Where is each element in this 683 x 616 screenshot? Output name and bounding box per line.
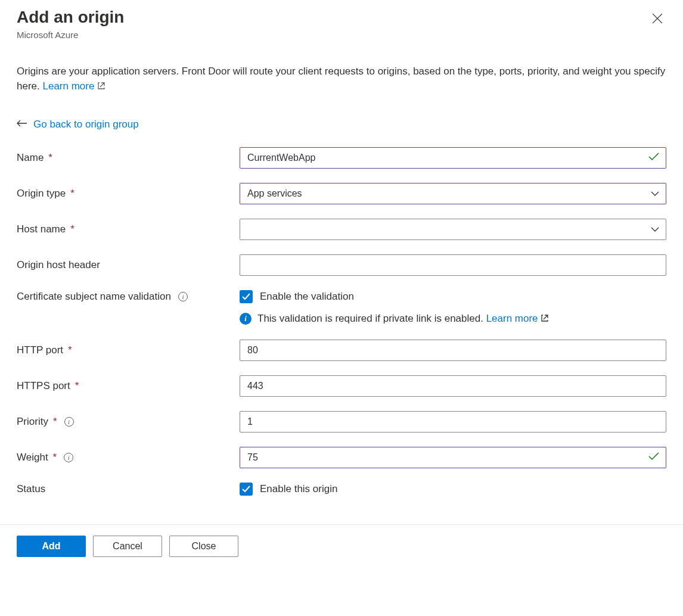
required-indicator: * (53, 416, 57, 428)
learn-more-link[interactable]: Learn more (42, 80, 105, 92)
status-checkbox-label: Enable this origin (260, 483, 337, 495)
required-indicator: * (75, 380, 79, 392)
info-icon[interactable]: i (64, 453, 73, 462)
add-button[interactable]: Add (17, 536, 86, 557)
origin-host-header-input[interactable] (240, 254, 666, 276)
info-icon[interactable]: i (178, 292, 188, 301)
required-indicator: * (68, 344, 72, 356)
validation-info-text: This validation is required if private l… (257, 313, 549, 325)
required-indicator: * (70, 188, 74, 200)
http-port-label: HTTP port* (17, 344, 240, 356)
external-link-icon (541, 313, 549, 325)
status-checkbox[interactable] (240, 483, 253, 496)
origin-host-header-label: Origin host header (17, 259, 240, 271)
https-port-input[interactable] (240, 375, 666, 397)
weight-input[interactable] (240, 447, 666, 468)
cert-validation-checkbox[interactable] (240, 290, 253, 303)
required-indicator: * (53, 452, 57, 463)
name-input[interactable] (240, 147, 666, 169)
status-label: Status (17, 483, 240, 495)
name-label: Name* (17, 152, 240, 164)
cert-validation-checkbox-label: Enable the validation (260, 291, 354, 303)
external-link-icon (97, 79, 105, 95)
info-badge-icon: i (240, 313, 252, 325)
priority-label: Priority* i (17, 416, 240, 428)
panel-title: Add an origin (17, 7, 124, 27)
http-port-input[interactable] (240, 340, 666, 361)
origin-type-select[interactable]: App services (240, 183, 666, 204)
description-text: Origins are your application servers. Fr… (17, 66, 665, 92)
host-name-label: Host name* (17, 223, 240, 235)
origin-type-label: Origin type* (17, 188, 240, 200)
https-port-label: HTTPS port* (17, 380, 240, 392)
back-arrow-icon (17, 119, 27, 130)
weight-label: Weight* i (17, 452, 240, 463)
host-name-select[interactable] (240, 219, 666, 240)
back-link[interactable]: Go back to origin group (33, 119, 139, 130)
panel-subtitle: Microsoft Azure (17, 30, 124, 40)
required-indicator: * (48, 152, 52, 164)
close-icon[interactable] (648, 10, 666, 30)
close-button[interactable]: Close (169, 536, 238, 557)
panel-description: Origins are your application servers. Fr… (17, 64, 666, 95)
priority-input[interactable] (240, 411, 666, 433)
cert-validation-label: Certificate subject name validation i (17, 291, 240, 303)
required-indicator: * (70, 223, 74, 235)
info-learn-more-link[interactable]: Learn more (486, 313, 549, 324)
cancel-button[interactable]: Cancel (93, 536, 162, 557)
info-icon[interactable]: i (64, 417, 74, 427)
